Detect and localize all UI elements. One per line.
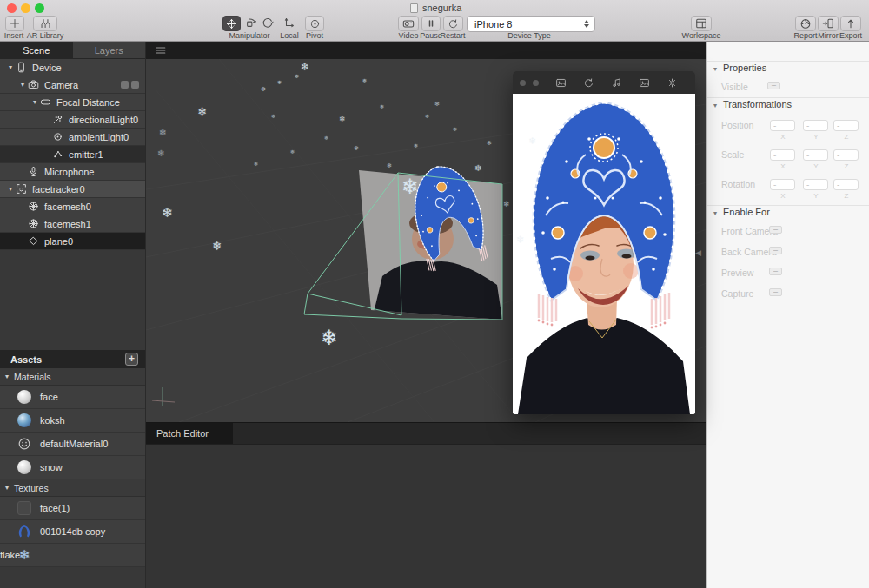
export-button[interactable]: [840, 16, 861, 31]
position-z-input[interactable]: -: [833, 120, 859, 131]
panel-collapse-arrow-icon[interactable]: ◀: [695, 248, 701, 257]
scale-z-input[interactable]: -: [833, 149, 859, 161]
tree-item-focal distance[interactable]: ▾Focal Distance: [0, 94, 145, 111]
insert-button[interactable]: [5, 16, 24, 31]
tree-item-label: emitter1: [69, 149, 103, 160]
tree-item-facemesh1[interactable]: ▾facemesh1: [0, 215, 145, 233]
manipulator-label: Manipulator: [229, 31, 269, 40]
snowflake-icon: ❄: [261, 87, 266, 93]
tree-item-emitter1[interactable]: ▾emitter1: [0, 146, 145, 163]
tree-item-ambientlight0[interactable]: ▾ambientLight0: [0, 129, 145, 146]
axis-label: X: [780, 133, 785, 141]
rotation-label: Rotation: [721, 179, 755, 189]
snowflake-icon: ❄: [290, 149, 295, 155]
export-icon: [845, 17, 857, 30]
device-type-select[interactable]: iPhone 8: [467, 16, 595, 32]
tree-item-facemesh0[interactable]: ▾facemesh0: [0, 198, 145, 215]
rotation-z-input[interactable]: -: [833, 179, 859, 190]
gear-icon[interactable]: [667, 77, 678, 89]
preview-toggle[interactable]: –: [769, 268, 782, 275]
asset-item-label: snow: [40, 462, 63, 472]
camera-badge-icon: [131, 81, 139, 89]
report-button[interactable]: [795, 16, 816, 31]
export-label: Export: [839, 31, 862, 40]
move-icon: [226, 18, 237, 30]
simulator-window-button[interactable]: [533, 80, 539, 86]
axis-label: Y: [813, 133, 818, 141]
viewport-menu-icon[interactable]: [155, 44, 167, 56]
tree-item-label: Device: [32, 63, 62, 73]
close-window-button[interactable]: [7, 3, 17, 13]
tab-scene[interactable]: Scene: [0, 42, 73, 58]
manipulator-move-button[interactable]: [222, 16, 241, 31]
position-x-input[interactable]: -: [770, 120, 795, 131]
phone-icon: [16, 62, 27, 73]
mirror-button[interactable]: [818, 16, 839, 31]
minimize-window-button[interactable]: [21, 3, 30, 13]
pause-button[interactable]: [421, 16, 441, 31]
tree-item-plane0[interactable]: ▾plane0: [0, 233, 145, 250]
snowflake-icon: ❄: [339, 116, 346, 123]
snapshot-icon[interactable]: [639, 77, 650, 89]
visible-toggle[interactable]: –: [767, 82, 780, 89]
simulator-window[interactable]: ❄❄: [513, 71, 695, 414]
asset-item-001014db-copy[interactable]: 001014db copy: [0, 520, 145, 544]
back-camera-toggle[interactable]: –: [769, 247, 782, 254]
asset-item-defaultmaterial0[interactable]: defaultMaterial0: [0, 433, 145, 456]
scale-x-input[interactable]: -: [770, 149, 795, 161]
restart-icon: [448, 18, 459, 30]
axis-label: X: [780, 162, 785, 170]
document-icon: [410, 3, 418, 13]
workspace-button[interactable]: [691, 16, 712, 31]
rotation-x-input[interactable]: -: [770, 179, 795, 190]
position-y-input[interactable]: -: [803, 120, 828, 131]
disclosure-triangle-icon[interactable]: ▾: [30, 98, 40, 106]
front-camera-toggle[interactable]: –: [769, 226, 782, 234]
focal-distance-icon: [40, 96, 51, 108]
camera-badge-icon: [121, 81, 129, 89]
snowflake-icon: ❄: [453, 127, 457, 132]
report-gauge-icon: [799, 17, 812, 30]
disclosure-triangle-icon[interactable]: ▾: [17, 81, 28, 89]
snowflake-icon: ❄: [387, 163, 392, 169]
tab-layers[interactable]: Layers: [73, 42, 146, 58]
tree-item-directionallight0[interactable]: ▾directionalLight0: [0, 111, 145, 129]
snowflake-icon: ❄: [197, 106, 207, 117]
tree-item-microphone[interactable]: ▾Microphone: [0, 163, 145, 181]
media-source-icon[interactable]: [555, 77, 567, 89]
camera-preview: ❄❄: [513, 94, 695, 414]
disclosure-triangle-icon[interactable]: ▾: [5, 63, 16, 71]
plus-icon: [10, 18, 20, 29]
tab-patch-editor[interactable]: Patch Editor: [146, 423, 233, 444]
rotate-object-icon[interactable]: [245, 17, 257, 29]
viewport-header: [146, 42, 706, 59]
device-type-value: iPhone 8: [474, 19, 512, 30]
ar-library-button[interactable]: [33, 16, 57, 31]
pivot-button[interactable]: [305, 16, 324, 31]
patch-editor-tabbar: Patch Editor: [146, 422, 706, 445]
facemesh-icon: [28, 201, 39, 212]
simulator-window-button[interactable]: [520, 80, 526, 86]
maximize-window-button[interactable]: [35, 3, 44, 13]
snowflake-icon: ❄: [321, 327, 338, 348]
tree-item-device[interactable]: ▾Device: [0, 59, 145, 76]
tree-item-facetracker0[interactable]: ▾facetracker0: [0, 181, 145, 198]
chevron-down-icon[interactable]: ▾: [713, 102, 717, 109]
rotation-y-input[interactable]: -: [803, 179, 828, 190]
audio-icon[interactable]: [611, 77, 622, 89]
rotate-free-icon[interactable]: [262, 17, 274, 29]
chevron-down-icon[interactable]: ▾: [713, 209, 717, 217]
chevron-down-icon[interactable]: ▾: [713, 65, 717, 73]
scale-y-input[interactable]: -: [803, 149, 828, 161]
video-button[interactable]: [398, 16, 419, 31]
local-axis-icon[interactable]: [283, 17, 295, 29]
local-label: Local: [280, 31, 299, 40]
add-asset-button[interactable]: +: [125, 353, 138, 366]
assets-header: Assets +: [0, 350, 145, 368]
capture-toggle[interactable]: –: [769, 288, 782, 296]
restart-simulation-icon[interactable]: [583, 77, 594, 89]
tree-item-camera[interactable]: ▾Camera: [0, 76, 145, 94]
restart-button[interactable]: [443, 16, 463, 31]
pause-icon: [426, 18, 436, 29]
disclosure-triangle-icon[interactable]: ▾: [5, 185, 16, 193]
